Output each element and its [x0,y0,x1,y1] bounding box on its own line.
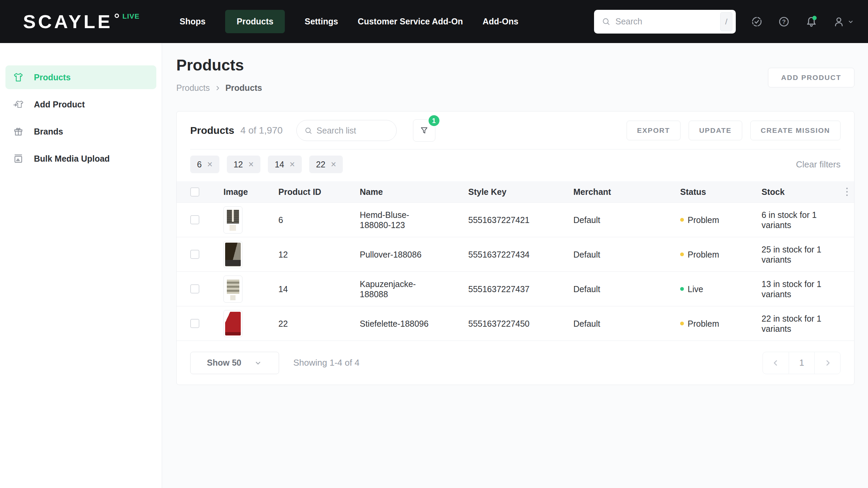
task-status-icon [751,16,763,28]
showing-range-label: Showing 1-4 of 4 [293,358,359,368]
status-dot [680,252,684,256]
sidebar-item-products[interactable]: Products [5,65,156,89]
product-thumbnail [223,206,242,233]
export-button[interactable]: EXPORT [627,121,680,140]
column-header-stock: Stock [762,187,840,197]
filter-chip-value: 6 [197,160,202,169]
status-dot [680,322,684,325]
brand-name: SCAYLE [23,11,113,33]
chevron-down-icon [254,359,262,367]
unread-dot [812,16,817,20]
column-settings-button[interactable] [840,187,854,197]
create-mission-button[interactable]: CREATE MISSION [750,121,841,140]
product-thumbnail [223,310,242,337]
filter-chip: 6 × [190,156,219,173]
select-all-checkbox[interactable] [190,187,199,197]
page-title: Products [176,56,854,74]
column-header-image: Image [221,187,278,197]
sidebar-item-bulk-media-upload[interactable]: Bulk Media Upload [5,147,156,170]
nav-products[interactable]: Products [225,10,285,33]
chevron-right-icon [823,359,832,367]
global-search-input[interactable] [615,17,720,26]
account-icon [833,16,845,28]
next-page-button[interactable] [814,352,840,374]
remove-filter-icon[interactable]: × [331,160,336,169]
nav-settings[interactable]: Settings [304,10,338,33]
global-search[interactable]: / [594,10,736,34]
task-status-button[interactable] [751,16,763,28]
brand-ring-icon [115,14,119,18]
account-menu-button[interactable] [833,16,854,28]
sidebar-item-brands[interactable]: Brands [5,120,156,143]
cell-stock: 13 in stock for 1 variants [762,279,834,299]
brand-logo[interactable]: SCAYLE LIVE [23,11,140,33]
table-row[interactable]: 14 Kapuzenjacke-188088 5551637227437 Def… [177,271,854,306]
page-number-button[interactable]: 1 [789,352,814,374]
remove-filter-icon[interactable]: × [290,160,295,169]
svg-text:?: ? [782,18,786,25]
cell-style-key: 5551637227434 [468,249,573,260]
table-row[interactable]: 6 Hemd-Bluse-188080-123 5551637227421 De… [177,202,854,237]
filter-button[interactable]: 1 [413,119,435,142]
page-size-select[interactable]: Show 50 [190,352,279,374]
active-filters-row: 6 × 12 × 14 × 22 × Clear filters [177,149,854,181]
filter-chip: 14 × [268,156,302,173]
search-icon [601,17,611,26]
table-row[interactable]: 12 Pullover-188086 5551637227434 Default… [177,237,854,271]
column-header-style-key: Style Key [468,187,573,197]
main-content: Products Products Products ADD PRODUCT P… [162,43,868,488]
row-checkbox[interactable] [190,319,199,328]
product-thumbnail [223,276,242,303]
sidebar-item-label: Brands [34,127,63,137]
remove-filter-icon[interactable]: × [249,160,254,169]
filter-chip-value: 12 [234,160,243,169]
list-search[interactable] [296,120,397,141]
status-dot [680,218,684,222]
filter-chip: 22 × [309,156,343,173]
sidebar-item-label: Add Product [34,100,85,109]
notifications-button[interactable] [805,15,818,28]
update-button[interactable]: UPDATE [689,121,742,140]
row-checkbox[interactable] [190,284,199,293]
tshirt-icon [13,72,24,83]
add-product-button[interactable]: ADD PRODUCT [768,68,854,87]
column-header-product-id: Product ID [278,187,360,197]
column-header-status: Status [680,187,762,197]
row-checkbox[interactable] [190,215,199,224]
cell-status: Problem [680,319,762,329]
previous-page-button[interactable] [763,352,789,374]
search-icon [304,126,313,135]
sidebar: Products Add Product Brands Bulk Media U… [0,43,162,488]
sidebar-item-add-product[interactable]: Add Product [5,93,156,116]
cell-style-key: 5551637227450 [468,319,573,329]
cell-status: Problem [680,249,762,260]
kebab-menu-icon [846,187,848,197]
cell-stock: 6 in stock for 1 variants [762,210,834,230]
product-thumbnail [223,241,242,268]
filter-chip-value: 14 [275,160,284,169]
chevron-right-icon [215,85,221,91]
breadcrumb-parent[interactable]: Products [176,83,210,93]
chevron-down-icon [847,18,854,25]
column-header-name: Name [360,187,468,197]
clear-filters-button[interactable]: Clear filters [796,159,841,170]
cell-merchant: Default [573,249,680,260]
list-actions: EXPORT UPDATE CREATE MISSION [627,121,841,140]
remove-filter-icon[interactable]: × [207,160,213,169]
nav-add-ons[interactable]: Add-Ons [482,10,518,33]
filter-count-badge: 1 [428,114,440,127]
list-search-input[interactable] [317,126,389,136]
row-checkbox[interactable] [190,250,199,259]
cell-product-id: 14 [278,284,360,294]
filter-funnel-icon [419,126,429,135]
cell-product-id: 12 [278,249,360,260]
status-dot [680,287,684,291]
nav-customer-service-add-on[interactable]: Customer Service Add-On [358,10,463,33]
list-footer: Show 50 Showing 1-4 of 4 1 [177,341,854,385]
help-button[interactable]: ? [778,16,790,28]
nav-shops[interactable]: Shops [180,10,205,33]
table-row[interactable]: 22 Stiefelette-188096 5551637227450 Defa… [177,306,854,341]
filter-chip: 12 × [227,156,261,173]
status-label: Problem [688,249,719,260]
cell-status: Live [680,284,762,294]
